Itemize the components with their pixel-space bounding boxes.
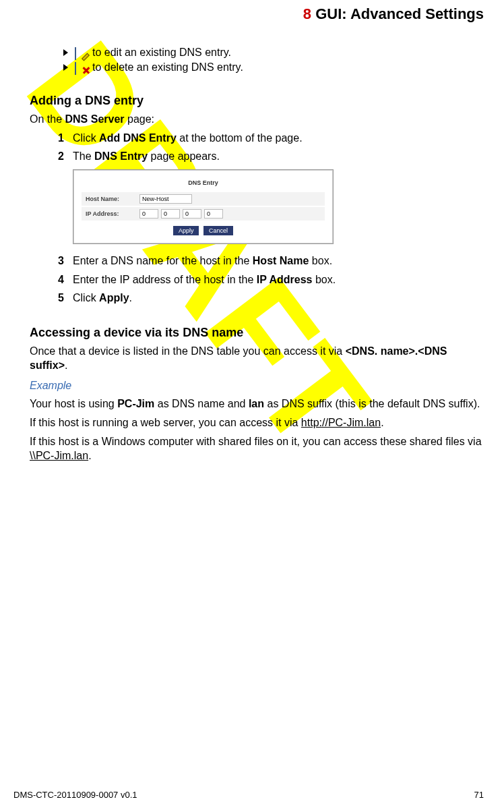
step-number: 2 [58,149,73,250]
text: as DNS name and [154,398,249,409]
adding-lead: On the DNS Server page: [30,112,484,127]
section-title-adding: Adding a DNS entry [30,94,484,108]
accessing-p4: If this host is a Windows computer with … [30,434,484,463]
text: . [88,450,91,461]
triangle-bullet-icon [63,64,68,71]
text: at the bottom of the page. [177,132,303,144]
text: If this host is running a web server, yo… [30,417,301,428]
example-label: Example [30,378,484,393]
text: box. [309,255,332,266]
ss-ip-label: IP Address: [86,210,139,218]
step-1: 1 Click Add DNS Entry at the bottom of t… [58,131,484,146]
text: as DNS suffix (this is the default DNS s… [264,398,480,409]
text: The [73,150,94,162]
ss-hostname-row: Host Name: [82,192,325,206]
text: . [381,417,383,428]
ss-title: DNS Entry [82,177,325,191]
accessing-p3: If this host is running a web server, yo… [30,415,484,430]
text: page: [125,113,154,125]
bullet-delete-text: to delete an existing DNS entry. [92,61,243,74]
ss-ip-oct4[interactable] [204,209,223,219]
delete-entry-icon [75,63,88,72]
step-number: 5 [58,291,73,306]
bold-text: lan [249,398,264,409]
http-link[interactable]: http://PC-Jim.lan [301,417,381,428]
section-title-accessing: Accessing a device via its DNS name [30,326,484,340]
bold-text: IP Address [257,274,313,285]
ss-ip-oct1[interactable] [139,209,158,219]
text: Enter a DNS name for the host in the [73,255,253,266]
chapter-number: 8 [303,5,311,22]
ss-hostname-input[interactable] [139,194,192,204]
text: Enter the IP address of the host in the [73,274,257,285]
page-header: 8 GUI: Advanced Settings [303,5,484,23]
text: If this host is a Windows computer with … [30,436,482,447]
text: Your host is using [30,398,117,409]
edit-entry-icon [75,48,88,57]
ss-ip-oct2[interactable] [161,209,180,219]
ss-cancel-button[interactable]: Cancel [203,226,233,235]
text: . [65,359,67,371]
page-footer: DMS-CTC-20110909-0007 v0.1 71 [13,790,484,800]
footer-page-number: 71 [474,790,484,800]
triangle-bullet-icon [63,49,68,56]
step-5: 5 Click Apply. [58,291,484,306]
text: On the [30,113,65,125]
content-area: to edit an existing DNS entry. to delete… [30,44,484,467]
bold-text: Apply [99,292,129,303]
ss-ip-row: IP Address: [82,207,325,221]
text: Click [73,132,99,144]
bold-text: Host Name [253,255,309,266]
step-4: 4 Enter the IP address of the host in th… [58,272,484,287]
text: box. [312,274,336,285]
adding-steps-list: 1 Click Add DNS Entry at the bottom of t… [58,131,484,306]
bullet-edit-text: to edit an existing DNS entry. [92,47,231,59]
step-2: 2 The DNS Entry page appears. DNS Entry … [58,149,484,250]
step-number: 4 [58,272,73,287]
ss-ip-oct3[interactable] [183,209,201,219]
text: . [129,292,132,303]
ss-apply-button[interactable]: Apply [173,226,199,235]
step-number: 3 [58,254,73,268]
step-number: 1 [58,131,73,146]
bullet-delete-entry: to delete an existing DNS entry. [63,61,484,74]
unc-link[interactable]: \\PC-Jim.lan [30,450,88,461]
text: Once that a device is listed in the DNS … [30,345,346,357]
text: page appears. [148,150,220,162]
ss-hostname-label: Host Name: [86,195,139,203]
bullet-edit-entry: to edit an existing DNS entry. [63,47,484,59]
bold-text: PC-Jim [117,398,154,409]
bold-text: Add DNS Entry [99,132,177,144]
accessing-p2: Your host is using PC-Jim as DNS name an… [30,397,484,411]
text: Click [73,292,99,303]
accessing-p1: Once that a device is listed in the DNS … [30,344,484,373]
dns-entry-screenshot: DNS Entry Host Name: IP Address: [73,169,334,244]
chapter-title-text: GUI: Advanced Settings [315,5,484,22]
step-3: 3 Enter a DNS name for the host in the H… [58,254,484,268]
footer-doc-id: DMS-CTC-20110909-0007 v0.1 [13,790,137,800]
bold-text: DNS Server [65,113,124,125]
bold-text: DNS Entry [94,150,148,162]
